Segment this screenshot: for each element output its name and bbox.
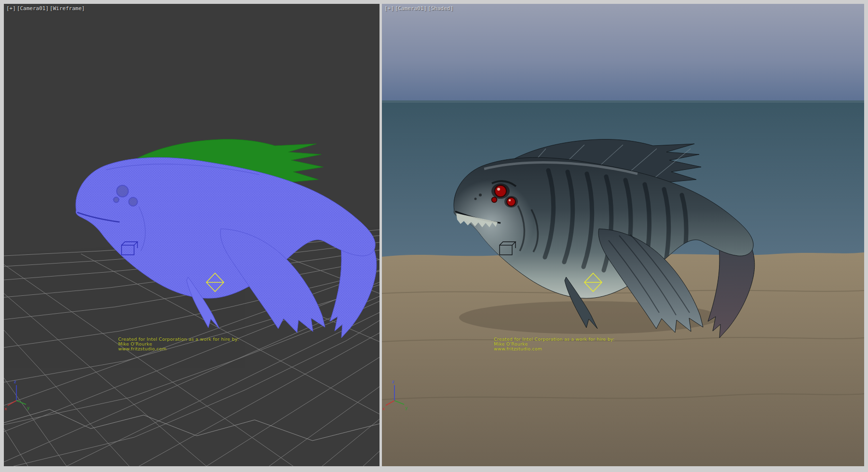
horizon-highlight [382, 100, 864, 103]
viewport-menu-shading[interactable]: [Shaded] [428, 5, 453, 12]
axis-x-label: x [4, 406, 7, 411]
axis-x-line [8, 401, 16, 405]
scene-credit-text: Created for Intel Corporation as a work … [118, 337, 239, 351]
fish-eye-small [492, 197, 497, 203]
axis-y-label: y [27, 405, 30, 410]
fish-eye-large [495, 185, 506, 197]
fish-eye-small [114, 197, 119, 203]
viewport-menu-pov[interactable]: [Camera01] [395, 5, 427, 12]
fish-eye-large [117, 185, 128, 197]
viewport-workspace: [+] [Camera01] [Wireframe] [0, 0, 868, 472]
fish-nostril-1 [479, 194, 482, 196]
wireframe-scene-canvas[interactable]: z x y [4, 4, 380, 466]
viewport-menu-shading[interactable]: [Wireframe] [50, 5, 85, 12]
viewport-label: [+] [Camera01] [Shaded] [384, 5, 453, 12]
scene-credit-text: Created for Intel Corporation as a work … [494, 337, 614, 351]
axis-y-label: y [405, 405, 408, 410]
fish-eye-medium [507, 197, 515, 206]
viewport-menu-pov[interactable]: [Camera01] [17, 5, 49, 12]
axis-z-label: z [14, 379, 16, 384]
viewport-label: [+] [Camera01] [Wireframe] [6, 5, 85, 12]
credit-line-3: www.fritzstudio.com [494, 347, 614, 351]
fish-eye-medium [129, 197, 137, 206]
fish-eye-medium-highlight [509, 199, 511, 201]
fish-nostril-2 [475, 198, 477, 200]
credit-line-3: www.fritzstudio.com [118, 347, 239, 351]
axis-z-label: z [392, 379, 394, 384]
axis-y-line [16, 401, 26, 404]
viewport-shaded[interactable]: [+] [Camera01] [Shaded] [382, 4, 864, 466]
sky [382, 4, 864, 100]
viewport-wireframe[interactable]: [+] [Camera01] [Wireframe] [4, 4, 380, 466]
grid-ridge [4, 409, 380, 441]
shaded-scene-canvas[interactable]: z x y [382, 4, 864, 466]
viewport-menu-general[interactable]: [+] [6, 5, 16, 12]
viewport-menu-general[interactable]: [+] [384, 5, 394, 12]
fish-body-wire-texture [76, 157, 375, 298]
fish-eye-large-highlight [497, 188, 500, 191]
axis-x-label: x [382, 406, 385, 411]
